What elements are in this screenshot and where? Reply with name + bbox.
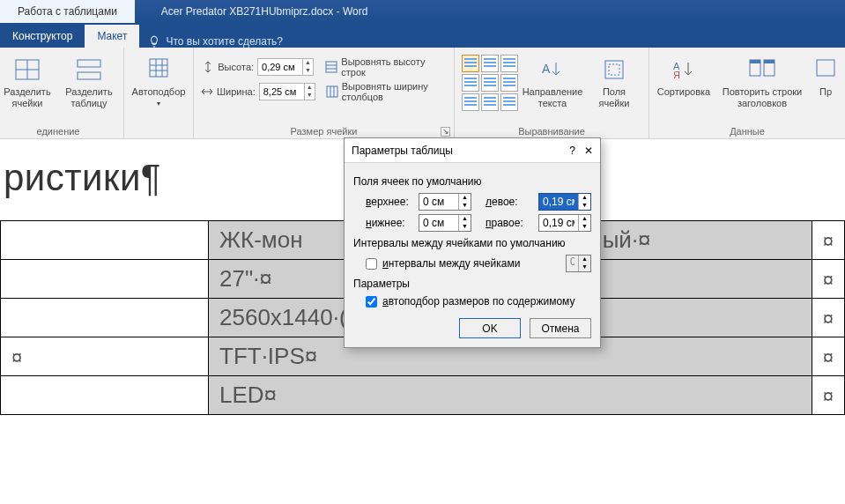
height-label: Высота: — [218, 62, 254, 72]
split-cells-icon — [15, 59, 40, 80]
data-group-label: Данные — [656, 124, 838, 137]
label: Пр — [819, 86, 832, 98]
split-table-button[interactable]: Разделить таблицу — [62, 51, 116, 109]
width-icon — [201, 85, 213, 99]
alignment-grid[interactable] — [462, 55, 518, 111]
close-icon[interactable]: ✕ — [584, 145, 593, 157]
dist-cols-button[interactable]: Выровнять ширину столбцов — [342, 81, 447, 102]
dialog-launcher-icon[interactable]: ↘ — [441, 127, 450, 137]
section-options: Параметры — [353, 278, 591, 290]
svg-rect-22 — [750, 60, 760, 63]
top-spinner[interactable]: ▲▼ — [419, 193, 471, 211]
dist-rows-icon — [324, 60, 337, 74]
svg-rect-24 — [764, 60, 775, 63]
spacing-spinner: ▲▼ — [566, 255, 591, 272]
section-spacing: Интервалы между ячейками по умолчанию — [353, 237, 591, 249]
svg-rect-4 — [78, 72, 100, 79]
tab-design[interactable]: Конструктор — [0, 25, 85, 48]
label: Автоподбор — [132, 86, 186, 98]
cancel-button[interactable]: Отмена — [530, 318, 591, 338]
label: Направление текста — [523, 86, 583, 109]
top-label: верхнее: — [366, 196, 413, 208]
bottom-spinner[interactable]: ▲▼ — [419, 214, 471, 232]
dialog-title: Параметры таблицы — [352, 145, 453, 157]
svg-rect-18 — [609, 64, 619, 75]
split-table-icon — [77, 59, 101, 80]
ok-button[interactable]: OK — [459, 318, 521, 338]
title-bar: Работа с таблицами Acer Predator XB271HU… — [0, 0, 845, 23]
repeat-header-button[interactable]: Повторить строки заголовков — [718, 51, 806, 109]
label: Сортировка — [657, 86, 710, 98]
height-icon — [201, 60, 214, 74]
merge-group-label: единение — [0, 124, 116, 137]
tell-me[interactable]: Что вы хотите сделать? — [139, 35, 292, 48]
svg-text:Я: Я — [673, 70, 680, 80]
convert-icon — [816, 59, 835, 80]
ribbon: Разделить ячейки Разделить таблицу едине… — [0, 48, 845, 139]
left-label: левое: — [486, 196, 533, 208]
tab-layout[interactable]: Макет — [85, 25, 139, 48]
lightbulb-icon — [148, 35, 160, 48]
svg-rect-5 — [150, 59, 167, 77]
left-spinner[interactable]: ▲▼ — [538, 193, 591, 211]
right-spinner[interactable]: ▲▼ — [538, 214, 591, 232]
sort-icon: AЯ — [672, 59, 695, 80]
svg-rect-13 — [327, 86, 337, 97]
label: Повторить строки заголовков — [723, 86, 802, 109]
tell-me-text: Что вы хотите сделать? — [166, 35, 283, 48]
table-row[interactable]: LED¤¤ — [1, 376, 845, 415]
spacing-label: интервалы между ячейками — [382, 257, 520, 270]
section-margins: Поля ячеек по умолчанию — [353, 175, 591, 188]
dist-rows-button[interactable]: Выровнять высоту строк — [341, 56, 447, 78]
dist-cols-icon — [326, 85, 338, 99]
autofit-icon — [146, 58, 171, 81]
svg-rect-25 — [817, 60, 834, 76]
label: Разделить таблицу — [65, 86, 112, 109]
label: Поля ячейки — [599, 86, 630, 109]
autofit-button[interactable]: Автоподбор ▾ — [131, 51, 186, 109]
svg-text:A: A — [542, 62, 551, 76]
sort-button[interactable]: AЯ Сортировка — [656, 51, 711, 98]
spacing-checkbox[interactable] — [366, 258, 377, 270]
cellsize-group-label: Размер ячейки↘ — [201, 124, 447, 137]
cell-margins-icon — [604, 59, 625, 80]
document-title: Acer Predator XB271HUbmiprz.docx - Word — [161, 5, 368, 18]
text-direction-icon: A — [540, 59, 565, 80]
table-options-dialog: Параметры таблицы ? ✕ Поля ячеек по умол… — [344, 137, 601, 348]
autofit-checkbox[interactable] — [366, 296, 377, 308]
align-group-label: Выравнивание — [462, 124, 641, 137]
label: Разделить ячейки — [4, 86, 50, 109]
right-label: правое: — [486, 217, 533, 229]
repeat-header-icon — [749, 59, 775, 80]
cell-margins-button[interactable]: Поля ячейки — [587, 51, 641, 109]
tab-strip: Конструктор Макет Что вы хотите сделать? — [0, 23, 845, 48]
autofit-label: автоподбор размеров по содержимому — [382, 295, 574, 308]
svg-rect-10 — [326, 62, 337, 72]
bottom-label: нижнее: — [366, 217, 413, 229]
width-spinner[interactable]: ▲▼ — [259, 83, 315, 100]
more-button[interactable]: Пр — [813, 51, 838, 98]
svg-rect-17 — [605, 61, 623, 78]
help-icon[interactable]: ? — [569, 145, 575, 157]
context-tab: Работа с таблицами — [0, 0, 135, 23]
dialog-titlebar[interactable]: Параметры таблицы ? ✕ — [345, 138, 600, 163]
text-direction-button[interactable]: A Направление текста — [525, 51, 580, 109]
width-label: Ширина: — [217, 86, 256, 97]
height-spinner[interactable]: ▲▼ — [257, 58, 314, 76]
split-cells-button[interactable]: Разделить ячейки — [0, 51, 55, 109]
svg-rect-3 — [78, 60, 100, 67]
